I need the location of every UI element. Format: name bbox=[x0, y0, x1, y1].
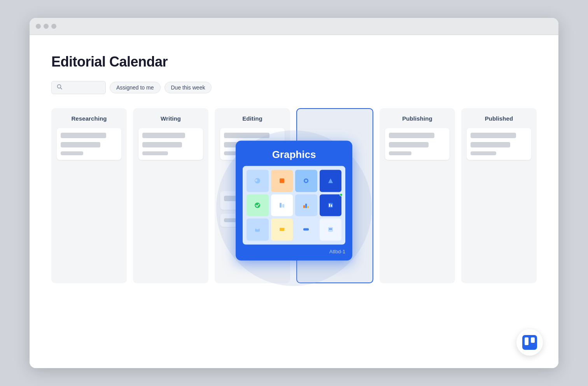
card-bar bbox=[142, 142, 182, 147]
card-writing-1[interactable] bbox=[138, 128, 203, 160]
browser-titlebar bbox=[30, 18, 558, 35]
column-researching: Researching bbox=[51, 108, 127, 283]
card-bar bbox=[471, 133, 516, 138]
search-icon bbox=[56, 84, 63, 91]
kanban-board: Researching Writing bbox=[51, 108, 537, 283]
column-header-researching: Researching bbox=[57, 115, 121, 122]
column-header-publishing: Publishing bbox=[385, 115, 450, 122]
card-bar bbox=[61, 142, 100, 147]
due-this-week-filter[interactable]: Due this week bbox=[164, 82, 212, 93]
card-editing-3[interactable] bbox=[220, 214, 285, 227]
column-header-writing: Writing bbox=[138, 115, 203, 122]
card-editing-2[interactable] bbox=[220, 191, 285, 210]
card-publishing-1[interactable] bbox=[385, 128, 450, 160]
trello-badge bbox=[516, 329, 543, 356]
browser-dots bbox=[36, 24, 56, 29]
trello-logo-icon bbox=[522, 335, 537, 350]
svg-rect-24 bbox=[531, 337, 535, 343]
card-bar bbox=[389, 133, 434, 138]
card-bar bbox=[471, 142, 510, 147]
kanban-wrapper: Researching Writing bbox=[51, 108, 537, 283]
svg-rect-23 bbox=[525, 337, 528, 345]
column-editing: Editing bbox=[215, 108, 290, 283]
column-header-editing: Editing bbox=[220, 115, 285, 122]
card-bar bbox=[224, 196, 267, 201]
card-bar bbox=[224, 133, 270, 138]
search-box[interactable] bbox=[51, 81, 106, 94]
card-bar bbox=[224, 218, 247, 222]
svg-rect-22 bbox=[522, 335, 537, 350]
card-bar bbox=[61, 133, 106, 138]
card-bar bbox=[224, 142, 264, 147]
card-bar bbox=[389, 151, 411, 155]
column-published: Published bbox=[461, 108, 537, 283]
card-bar bbox=[224, 151, 244, 155]
card-published-1[interactable] bbox=[467, 128, 531, 160]
dot-green bbox=[51, 24, 56, 29]
page-title: Editorial Calendar bbox=[51, 54, 537, 70]
card-bar bbox=[61, 151, 83, 155]
card-researching-1[interactable] bbox=[57, 128, 121, 160]
column-header-published: Published bbox=[467, 115, 531, 122]
assigned-to-me-filter[interactable]: Assigned to me bbox=[110, 82, 161, 93]
browser-window: Editorial Calendar Assigned to me Due th… bbox=[30, 18, 558, 368]
column-writing: Writing bbox=[133, 108, 208, 283]
column-graphics bbox=[296, 108, 373, 283]
card-bar bbox=[471, 151, 496, 155]
card-bar bbox=[142, 133, 185, 138]
card-bar bbox=[142, 151, 168, 155]
dot-yellow bbox=[44, 24, 49, 29]
svg-line-1 bbox=[61, 88, 62, 89]
card-bar bbox=[389, 142, 429, 147]
column-publishing: Publishing bbox=[380, 108, 455, 283]
browser-content: Editorial Calendar Assigned to me Due th… bbox=[30, 35, 558, 368]
card-editing-1[interactable] bbox=[220, 128, 285, 160]
toolbar: Assigned to me Due this week bbox=[51, 81, 537, 94]
dot-red bbox=[36, 24, 41, 29]
